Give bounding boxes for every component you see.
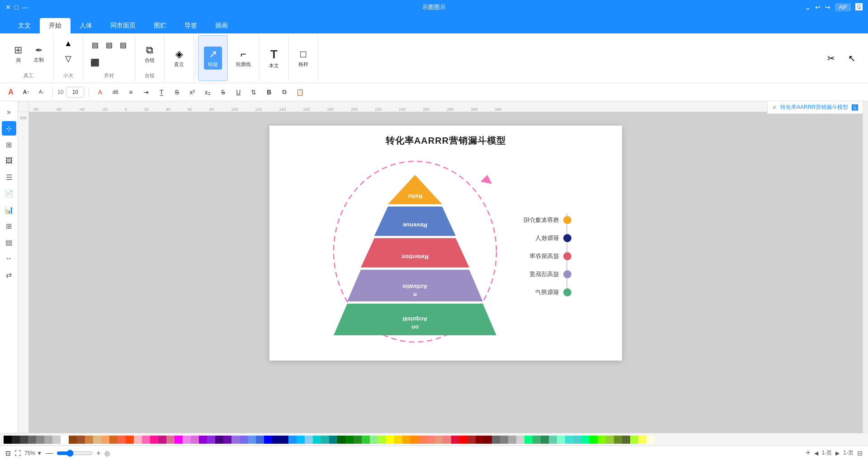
color-swatch[interactable] bbox=[573, 436, 581, 444]
zoom-level-btn[interactable]: ◎ bbox=[104, 450, 110, 457]
color-swatch[interactable] bbox=[362, 436, 370, 444]
cut-btn[interactable]: ✂ bbox=[822, 51, 840, 66]
color-swatch[interactable] bbox=[248, 436, 256, 444]
color-swatch[interactable] bbox=[231, 436, 240, 444]
color-swatch[interactable] bbox=[370, 436, 378, 444]
color-swatch[interactable] bbox=[191, 436, 199, 444]
baseline-btn[interactable]: T̲ bbox=[155, 86, 168, 99]
color-swatch[interactable] bbox=[410, 436, 419, 444]
strikethrough-btn[interactable]: S bbox=[170, 86, 183, 99]
underline-btn[interactable]: U bbox=[232, 86, 245, 99]
color-swatch[interactable] bbox=[52, 436, 61, 444]
strikethrough2-btn[interactable]: S̶ bbox=[217, 86, 229, 99]
color-swatch[interactable] bbox=[508, 436, 516, 444]
rotate-btn[interactable]: ↗ 转旋 bbox=[204, 47, 222, 70]
atf-button[interactable]: AtF bbox=[835, 3, 851, 11]
color-swatch[interactable] bbox=[516, 436, 524, 444]
sidebar-pages-btn[interactable]: 📄 bbox=[2, 186, 16, 201]
align-top-btn[interactable]: ⬛ bbox=[89, 57, 101, 68]
sidebar-template-btn[interactable]: ▤ bbox=[2, 235, 16, 249]
align-left-btn[interactable]: ▤ bbox=[89, 40, 101, 50]
canvas-scroll[interactable]: 转化率AARRR营销漏斗模型 bbox=[29, 112, 863, 433]
color-swatch[interactable] bbox=[61, 436, 69, 444]
font-color-btn[interactable]: A bbox=[5, 86, 17, 99]
tab-help[interactable]: 插画 bbox=[206, 18, 237, 33]
copy-format-btn[interactable]: ⧉ bbox=[278, 86, 291, 99]
color-swatch[interactable] bbox=[443, 436, 451, 444]
close-icon[interactable]: ✕ bbox=[5, 4, 11, 11]
color-swatch[interactable] bbox=[630, 436, 638, 444]
color-swatch[interactable] bbox=[175, 436, 183, 444]
color-swatch[interactable] bbox=[166, 436, 175, 444]
style-btn[interactable]: □ 格样 bbox=[294, 47, 312, 70]
slide-document[interactable]: 转化率AARRR营销漏斗模型 bbox=[269, 126, 622, 361]
color-swatch[interactable] bbox=[581, 436, 590, 444]
color-swatch[interactable] bbox=[492, 436, 500, 444]
color-swatch[interactable] bbox=[85, 436, 93, 444]
fullscreen-btn[interactable]: ⛶ bbox=[14, 450, 21, 457]
color-swatch[interactable] bbox=[142, 436, 150, 444]
page-layout-btn[interactable]: ⊟ bbox=[857, 450, 863, 457]
tab-review[interactable]: 图贮 bbox=[145, 18, 175, 33]
sidebar-select-btn[interactable]: ⊹ bbox=[2, 121, 16, 136]
color-swatch[interactable] bbox=[158, 436, 166, 444]
color-swatch[interactable] bbox=[36, 436, 44, 444]
color-swatch[interactable] bbox=[606, 436, 614, 444]
color-swatch[interactable] bbox=[4, 436, 12, 444]
color-swatch[interactable] bbox=[280, 436, 288, 444]
color-swatch[interactable] bbox=[321, 436, 329, 444]
sidebar-connector-btn[interactable]: ↔ bbox=[2, 251, 16, 266]
sidebar-chart-btn[interactable]: 📊 bbox=[2, 202, 16, 217]
indent-btn[interactable]: ⇥ bbox=[140, 86, 152, 99]
tab-insert[interactable]: 人体 bbox=[71, 18, 101, 33]
zoom-dropdown-btn[interactable]: 75% ▼ bbox=[24, 450, 42, 456]
sidebar-expand-btn[interactable]: » bbox=[2, 105, 16, 119]
color-swatch[interactable] bbox=[207, 436, 215, 444]
3d-btn[interactable]: ◈ 直立 bbox=[170, 47, 188, 70]
redo-icon[interactable]: ↪ bbox=[825, 4, 830, 11]
color-swatch[interactable] bbox=[77, 436, 85, 444]
tab-start[interactable]: 开始 bbox=[40, 18, 71, 33]
right-scrollbar[interactable] bbox=[863, 101, 868, 433]
color-swatch[interactable] bbox=[459, 436, 467, 444]
color-swatch[interactable] bbox=[476, 436, 484, 444]
color-swatch[interactable] bbox=[419, 436, 427, 444]
color-swatch[interactable] bbox=[126, 436, 134, 444]
list-btn[interactable]: ≡ bbox=[124, 86, 137, 99]
color-swatch[interactable] bbox=[533, 436, 541, 444]
color-swatch[interactable] bbox=[427, 436, 435, 444]
color-swatch[interactable] bbox=[386, 436, 394, 444]
sidebar-image-btn[interactable]: 🖼 bbox=[2, 154, 16, 168]
page-nav-prev[interactable]: ◀ bbox=[814, 450, 818, 456]
fit-page-btn[interactable]: ⊡ bbox=[5, 450, 11, 457]
color-swatch[interactable] bbox=[12, 436, 20, 444]
color-swatch[interactable] bbox=[541, 436, 549, 444]
color-swatch[interactable] bbox=[638, 436, 646, 444]
tool-pen-btn[interactable]: ✒ 左制 bbox=[30, 43, 48, 65]
color-swatch[interactable] bbox=[557, 436, 565, 444]
color-swatch[interactable] bbox=[69, 436, 77, 444]
color-swatch[interactable] bbox=[467, 436, 476, 444]
color-swatch[interactable] bbox=[20, 436, 28, 444]
size-down-btn[interactable]: ▽ bbox=[59, 52, 77, 66]
minimize-icon[interactable]: — bbox=[22, 4, 28, 11]
size-up-btn[interactable]: ▲ bbox=[59, 37, 77, 50]
color-swatch[interactable] bbox=[598, 436, 606, 444]
color-swatch[interactable] bbox=[378, 436, 386, 444]
tab-view[interactable]: 导签 bbox=[175, 18, 206, 33]
color-swatch[interactable] bbox=[549, 436, 557, 444]
outline-btn[interactable]: ⌐ 轮廓线 bbox=[233, 47, 254, 70]
color-swatch[interactable] bbox=[297, 436, 305, 444]
color-swatch[interactable] bbox=[118, 436, 126, 444]
color-swatch[interactable] bbox=[264, 436, 272, 444]
zoom-in-btn[interactable]: + bbox=[96, 449, 100, 457]
sidebar-shapes-btn[interactable]: ⊞ bbox=[2, 137, 16, 152]
color-swatch[interactable] bbox=[345, 436, 354, 444]
undo-icon[interactable]: ↩ bbox=[815, 4, 821, 11]
tool-select-btn[interactable]: ⊞ 局 bbox=[9, 42, 27, 66]
superscript-btn[interactable]: d6 bbox=[109, 86, 122, 99]
page-nav-next[interactable]: ▶ bbox=[835, 450, 840, 456]
color-swatch[interactable] bbox=[614, 436, 622, 444]
color-swatch[interactable] bbox=[305, 436, 313, 444]
color-swatch[interactable] bbox=[93, 436, 101, 444]
